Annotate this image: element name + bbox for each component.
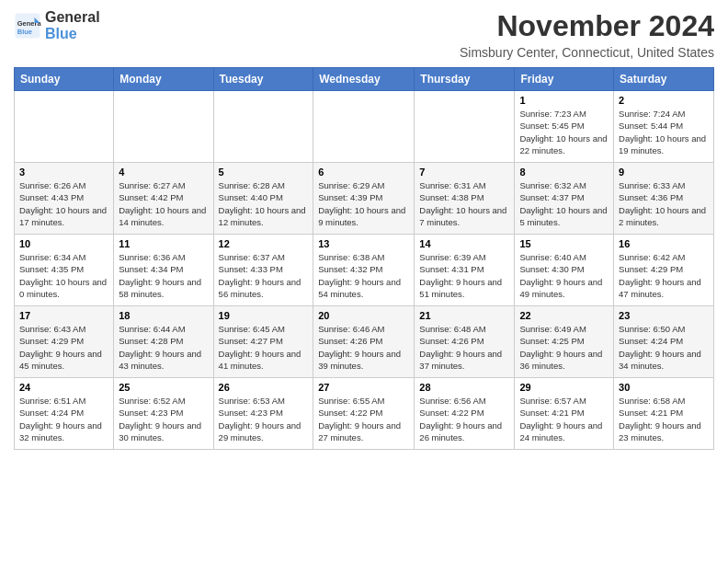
table-cell: 2Sunrise: 7:24 AM Sunset: 5:44 PM Daylig…: [614, 91, 714, 163]
day-number: 26: [219, 382, 309, 393]
table-cell: [213, 91, 313, 163]
table-cell: 18Sunrise: 6:44 AM Sunset: 4:28 PM Dayli…: [114, 306, 213, 378]
table-cell: 9Sunrise: 6:33 AM Sunset: 4:36 PM Daylig…: [614, 163, 714, 235]
table-cell: 8Sunrise: 6:32 AM Sunset: 4:37 PM Daylig…: [515, 163, 614, 235]
table-cell: 26Sunrise: 6:53 AM Sunset: 4:23 PM Dayli…: [213, 378, 313, 450]
table-cell: 4Sunrise: 6:27 AM Sunset: 4:42 PM Daylig…: [114, 163, 213, 235]
day-number: 21: [419, 310, 509, 321]
day-number: 18: [119, 310, 208, 321]
day-number: 12: [219, 238, 309, 249]
day-info: Sunrise: 6:37 AM Sunset: 4:33 PM Dayligh…: [219, 251, 309, 300]
day-info: Sunrise: 6:39 AM Sunset: 4:31 PM Dayligh…: [419, 251, 509, 300]
day-info: Sunrise: 6:34 AM Sunset: 4:35 PM Dayligh…: [19, 251, 108, 300]
table-cell: 23Sunrise: 6:50 AM Sunset: 4:24 PM Dayli…: [614, 306, 714, 378]
header-wednesday: Wednesday: [313, 68, 415, 91]
day-number: 2: [619, 95, 709, 106]
table-cell: 5Sunrise: 6:28 AM Sunset: 4:40 PM Daylig…: [213, 163, 313, 235]
header-tuesday: Tuesday: [213, 68, 313, 91]
table-cell: 21Sunrise: 6:48 AM Sunset: 4:26 PM Dayli…: [415, 306, 515, 378]
day-number: 19: [219, 310, 309, 321]
table-cell: 20Sunrise: 6:46 AM Sunset: 4:26 PM Dayli…: [313, 306, 415, 378]
day-number: 27: [318, 382, 409, 393]
table-cell: 12Sunrise: 6:37 AM Sunset: 4:33 PM Dayli…: [213, 235, 313, 306]
day-info: Sunrise: 7:23 AM Sunset: 5:45 PM Dayligh…: [519, 108, 609, 156]
day-info: Sunrise: 6:38 AM Sunset: 4:32 PM Dayligh…: [318, 251, 409, 300]
table-cell: 11Sunrise: 6:36 AM Sunset: 4:34 PM Dayli…: [114, 235, 213, 306]
day-info: Sunrise: 6:28 AM Sunset: 4:40 PM Dayligh…: [219, 179, 309, 228]
table-cell: [313, 91, 415, 163]
day-info: Sunrise: 6:40 AM Sunset: 4:30 PM Dayligh…: [519, 251, 609, 300]
logo: General Blue General Blue: [14, 9, 100, 41]
day-info: Sunrise: 6:26 AM Sunset: 4:43 PM Dayligh…: [19, 179, 108, 228]
day-info: Sunrise: 6:31 AM Sunset: 4:38 PM Dayligh…: [419, 179, 509, 228]
table-cell: 22Sunrise: 6:49 AM Sunset: 4:25 PM Dayli…: [515, 306, 614, 378]
header-saturday: Saturday: [614, 68, 714, 91]
day-info: Sunrise: 6:48 AM Sunset: 4:26 PM Dayligh…: [419, 323, 509, 372]
day-number: 15: [519, 238, 609, 249]
day-info: Sunrise: 7:24 AM Sunset: 5:44 PM Dayligh…: [619, 108, 709, 156]
svg-text:Blue: Blue: [17, 28, 32, 36]
day-number: 5: [219, 167, 309, 178]
day-info: Sunrise: 6:53 AM Sunset: 4:23 PM Dayligh…: [219, 395, 309, 443]
logo-icon: General Blue: [14, 12, 41, 40]
table-cell: [415, 91, 515, 163]
header: General Blue General Blue November 2024 …: [14, 9, 714, 60]
table-cell: 17Sunrise: 6:43 AM Sunset: 4:29 PM Dayli…: [15, 306, 114, 378]
table-cell: 7Sunrise: 6:31 AM Sunset: 4:38 PM Daylig…: [415, 163, 515, 235]
day-info: Sunrise: 6:57 AM Sunset: 4:21 PM Dayligh…: [519, 395, 609, 443]
day-info: Sunrise: 6:46 AM Sunset: 4:26 PM Dayligh…: [318, 323, 409, 372]
day-info: Sunrise: 6:51 AM Sunset: 4:24 PM Dayligh…: [19, 395, 108, 443]
table-cell: 24Sunrise: 6:51 AM Sunset: 4:24 PM Dayli…: [15, 378, 114, 450]
day-number: 14: [419, 238, 509, 249]
table-cell: 27Sunrise: 6:55 AM Sunset: 4:22 PM Dayli…: [313, 378, 415, 450]
table-cell: 30Sunrise: 6:58 AM Sunset: 4:21 PM Dayli…: [614, 378, 714, 450]
month-title: November 2024: [460, 9, 714, 43]
table-cell: 28Sunrise: 6:56 AM Sunset: 4:22 PM Dayli…: [415, 378, 515, 450]
day-number: 28: [419, 382, 509, 393]
weekday-header-row: Sunday Monday Tuesday Wednesday Thursday…: [15, 68, 714, 91]
day-info: Sunrise: 6:44 AM Sunset: 4:28 PM Dayligh…: [119, 323, 208, 372]
day-number: 8: [519, 167, 609, 178]
logo-text-line1: General: [45, 9, 100, 26]
day-number: 20: [318, 310, 409, 321]
day-info: Sunrise: 6:49 AM Sunset: 4:25 PM Dayligh…: [519, 323, 609, 372]
day-info: Sunrise: 6:27 AM Sunset: 4:42 PM Dayligh…: [119, 179, 208, 228]
day-number: 9: [619, 167, 709, 178]
header-monday: Monday: [114, 68, 213, 91]
table-cell: 1Sunrise: 7:23 AM Sunset: 5:45 PM Daylig…: [515, 91, 614, 163]
header-friday: Friday: [515, 68, 614, 91]
table-cell: 19Sunrise: 6:45 AM Sunset: 4:27 PM Dayli…: [213, 306, 313, 378]
day-number: 29: [519, 382, 609, 393]
calendar-table: Sunday Monday Tuesday Wednesday Thursday…: [14, 67, 714, 450]
subtitle: Simsbury Center, Connecticut, United Sta…: [460, 45, 714, 60]
day-info: Sunrise: 6:43 AM Sunset: 4:29 PM Dayligh…: [19, 323, 108, 372]
day-info: Sunrise: 6:52 AM Sunset: 4:23 PM Dayligh…: [119, 395, 208, 443]
table-cell: 3Sunrise: 6:26 AM Sunset: 4:43 PM Daylig…: [15, 163, 114, 235]
day-number: 30: [619, 382, 709, 393]
day-info: Sunrise: 6:45 AM Sunset: 4:27 PM Dayligh…: [219, 323, 309, 372]
day-info: Sunrise: 6:36 AM Sunset: 4:34 PM Dayligh…: [119, 251, 208, 300]
day-info: Sunrise: 6:55 AM Sunset: 4:22 PM Dayligh…: [318, 395, 409, 443]
day-number: 10: [19, 238, 108, 249]
day-number: 23: [619, 310, 709, 321]
day-number: 4: [119, 167, 208, 178]
day-number: 16: [619, 238, 709, 249]
day-info: Sunrise: 6:32 AM Sunset: 4:37 PM Dayligh…: [519, 179, 609, 228]
day-number: 6: [318, 167, 409, 178]
day-number: 24: [19, 382, 108, 393]
day-info: Sunrise: 6:42 AM Sunset: 4:29 PM Dayligh…: [619, 251, 709, 300]
header-thursday: Thursday: [415, 68, 515, 91]
header-sunday: Sunday: [15, 68, 114, 91]
page-container: General Blue General Blue November 2024 …: [0, 0, 728, 459]
logo-text-line2: Blue: [45, 26, 100, 42]
day-info: Sunrise: 6:56 AM Sunset: 4:22 PM Dayligh…: [419, 395, 509, 443]
day-number: 3: [19, 167, 108, 178]
day-info: Sunrise: 6:58 AM Sunset: 4:21 PM Dayligh…: [619, 395, 709, 443]
table-cell: 6Sunrise: 6:29 AM Sunset: 4:39 PM Daylig…: [313, 163, 415, 235]
table-cell: 29Sunrise: 6:57 AM Sunset: 4:21 PM Dayli…: [515, 378, 614, 450]
day-info: Sunrise: 6:50 AM Sunset: 4:24 PM Dayligh…: [619, 323, 709, 372]
week-row-0: 1Sunrise: 7:23 AM Sunset: 5:45 PM Daylig…: [15, 91, 714, 163]
week-row-4: 24Sunrise: 6:51 AM Sunset: 4:24 PM Dayli…: [15, 378, 714, 450]
week-row-1: 3Sunrise: 6:26 AM Sunset: 4:43 PM Daylig…: [15, 163, 714, 235]
table-cell: 10Sunrise: 6:34 AM Sunset: 4:35 PM Dayli…: [15, 235, 114, 306]
